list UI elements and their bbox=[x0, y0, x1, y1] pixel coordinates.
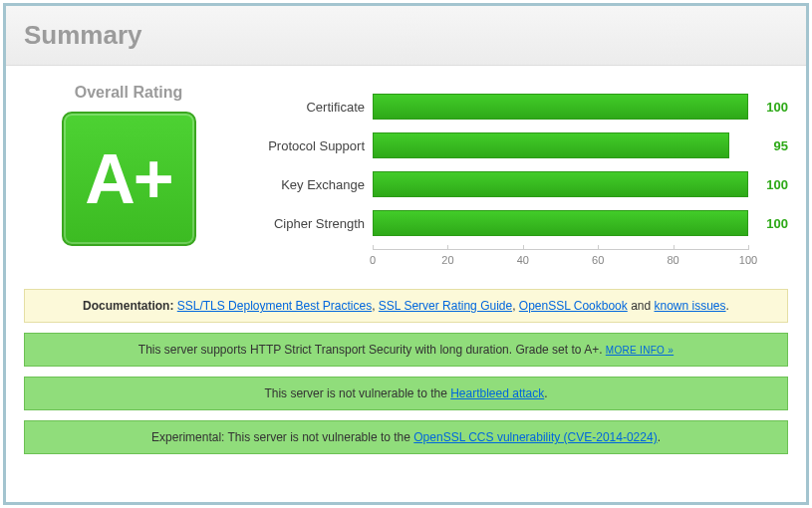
axis-tick-label: 80 bbox=[667, 254, 678, 266]
heartbleed-after: . bbox=[544, 386, 547, 400]
chart-row: Certificate100 bbox=[233, 94, 788, 120]
documentation-note: Documentation: SSL/TLS Deployment Best P… bbox=[24, 289, 788, 323]
ccs-note: Experimental: This server is not vulnera… bbox=[24, 420, 788, 454]
rating-grade: A+ bbox=[85, 139, 171, 219]
heartbleed-before: This server is not vulnerable to the bbox=[264, 386, 450, 400]
chart-bar bbox=[373, 94, 748, 120]
panel-header: Summary bbox=[6, 6, 806, 66]
ccs-link[interactable]: OpenSSL CCS vulnerability (CVE-2014-0224… bbox=[413, 430, 657, 444]
hsts-note: This server supports HTTP Strict Transpo… bbox=[24, 333, 788, 367]
hsts-text: This server supports HTTP Strict Transpo… bbox=[138, 343, 606, 357]
chart-axis: 020406080100 bbox=[233, 249, 788, 271]
chart-row: Protocol Support95 bbox=[233, 132, 788, 158]
ccs-after: . bbox=[658, 430, 661, 444]
axis-tick-label: 100 bbox=[739, 254, 757, 266]
rating-title: Overall Rating bbox=[24, 84, 233, 102]
chart-track bbox=[373, 94, 748, 120]
hsts-more-info-link[interactable]: MORE INFO » bbox=[606, 345, 674, 356]
chart-row-label: Key Exchange bbox=[233, 177, 373, 192]
axis-tick-label: 0 bbox=[370, 254, 376, 266]
top-row: Overall Rating A+ Certificate100Protocol… bbox=[24, 84, 788, 271]
doc-suffix: . bbox=[726, 299, 729, 313]
chart-row: Key Exchange100 bbox=[233, 171, 788, 197]
rating-badge: A+ bbox=[62, 112, 196, 246]
axis-tick-label: 60 bbox=[592, 254, 604, 266]
chart-row-value: 95 bbox=[748, 138, 788, 153]
page-title: Summary bbox=[24, 20, 788, 51]
ccs-before: Experimental: This server is not vulnera… bbox=[151, 430, 413, 444]
axis-tick-label: 20 bbox=[441, 254, 453, 266]
rating-column: Overall Rating A+ bbox=[24, 84, 233, 246]
chart-bar bbox=[373, 171, 748, 197]
chart-track bbox=[373, 210, 748, 236]
summary-panel: Summary Overall Rating A+ Certificate100… bbox=[3, 3, 809, 505]
doc-and: and bbox=[631, 299, 654, 313]
chart-row-label: Certificate bbox=[233, 100, 373, 115]
heartbleed-note: This server is not vulnerable to the Hea… bbox=[24, 377, 788, 410]
chart-track bbox=[373, 171, 748, 197]
panel-body: Overall Rating A+ Certificate100Protocol… bbox=[6, 66, 806, 454]
chart-row: Cipher Strength100 bbox=[233, 210, 788, 236]
chart-bar bbox=[373, 210, 748, 236]
chart: Certificate100Protocol Support95Key Exch… bbox=[233, 84, 788, 271]
heartbleed-link[interactable]: Heartbleed attack bbox=[450, 386, 544, 400]
chart-row-value: 100 bbox=[748, 177, 788, 192]
doc-link-openssl-cookbook[interactable]: OpenSSL Cookbook bbox=[519, 299, 628, 313]
chart-track bbox=[373, 132, 748, 158]
doc-link-best-practices[interactable]: SSL/TLS Deployment Best Practices bbox=[177, 299, 372, 313]
axis-tick-label: 40 bbox=[517, 254, 529, 266]
doc-link-known-issues[interactable]: known issues bbox=[655, 299, 726, 313]
chart-row-value: 100 bbox=[748, 100, 788, 115]
chart-bar bbox=[373, 132, 729, 158]
doc-prefix: Documentation: bbox=[83, 299, 177, 313]
chart-row-value: 100 bbox=[748, 216, 788, 231]
chart-row-label: Protocol Support bbox=[233, 138, 373, 153]
doc-link-rating-guide[interactable]: SSL Server Rating Guide bbox=[379, 299, 512, 313]
chart-row-label: Cipher Strength bbox=[233, 216, 373, 231]
